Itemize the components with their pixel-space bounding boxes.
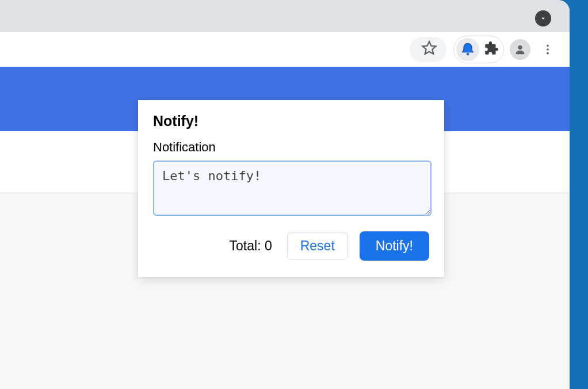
svg-point-0 [467,53,469,56]
tab-strip [0,0,570,32]
overflow-menu-button[interactable] [536,38,559,61]
notification-input[interactable] [153,161,432,216]
notify-button[interactable]: Notify! [360,231,429,261]
window-dropdown-button[interactable] [535,10,551,26]
total-count: Total: 0 [230,238,272,254]
popup-title: Notify! [153,113,429,129]
extension-pill [453,36,504,63]
notify-extension-button[interactable] [456,38,479,61]
svg-point-1 [518,45,522,49]
svg-point-3 [547,48,549,51]
extension-popup: Notify! Notification Total: 0 Reset Noti… [138,100,444,277]
browser-toolbar [0,32,570,67]
reset-button[interactable]: Reset [287,232,348,260]
omnibox-actions [410,37,446,62]
svg-point-2 [547,45,549,47]
popup-actions: Total: 0 Reset Notify! [153,231,429,261]
notification-label: Notification [153,140,429,155]
star-icon[interactable] [421,40,437,59]
menu-icon [541,43,554,56]
chevron-down-icon [539,14,547,22]
profile-icon [510,39,530,60]
profile-button[interactable] [509,38,532,61]
svg-point-4 [547,52,549,55]
extensions-icon[interactable] [484,41,499,58]
bell-icon [460,41,476,58]
